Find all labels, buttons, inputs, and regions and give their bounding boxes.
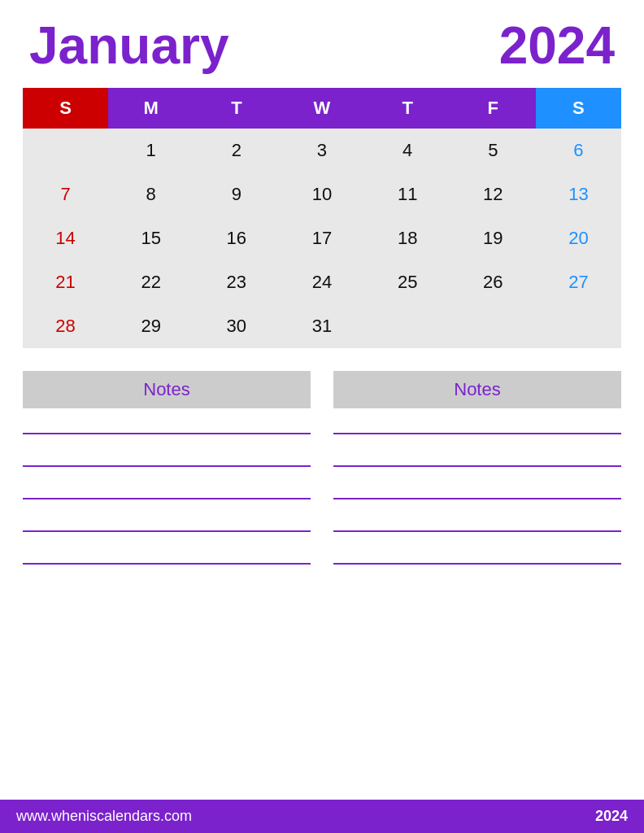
day-cell-22: 22 xyxy=(108,260,194,304)
day-cell-24: 24 xyxy=(279,260,364,304)
day-cell-21: 21 xyxy=(23,260,108,304)
calendar-table: SMTWTFS 12345678910111213141516171819202… xyxy=(23,88,621,348)
day-cell-10: 10 xyxy=(279,172,364,216)
day-header-f: F xyxy=(450,88,536,129)
day-cell-28: 28 xyxy=(23,304,108,348)
day-cell-20: 20 xyxy=(536,216,621,260)
day-header-s: S xyxy=(536,88,621,129)
page: January 2024 SMTWTFS 1234567891011121314… xyxy=(0,0,644,833)
day-cell-17: 17 xyxy=(279,216,364,260)
notes-line-0[interactable] xyxy=(333,415,621,434)
calendar-row-0: 123456 xyxy=(23,129,621,172)
day-headers-row: SMTWTFS xyxy=(23,88,621,129)
day-cell-7: 7 xyxy=(23,172,108,216)
footer: www.wheniscalendars.com 2024 xyxy=(0,800,644,833)
notes-line-2[interactable] xyxy=(23,480,311,499)
day-cell-2: 2 xyxy=(194,129,279,172)
notes-line-0[interactable] xyxy=(23,415,311,434)
footer-url: www.wheniscalendars.com xyxy=(16,808,192,825)
day-cell-empty-4-4 xyxy=(365,304,450,348)
day-cell-14: 14 xyxy=(23,216,108,260)
calendar-container: SMTWTFS 12345678910111213141516171819202… xyxy=(23,88,621,348)
calendar-row-1: 78910111213 xyxy=(23,172,621,216)
notes-line-4[interactable] xyxy=(23,545,311,565)
notes-right: Notes xyxy=(333,371,621,578)
day-cell-26: 26 xyxy=(450,260,536,304)
day-cell-31: 31 xyxy=(279,304,364,348)
day-cell-3: 3 xyxy=(279,129,364,172)
day-cell-empty-0-0 xyxy=(23,129,108,172)
day-cell-11: 11 xyxy=(365,172,450,216)
day-cell-empty-4-5 xyxy=(450,304,536,348)
day-cell-13: 13 xyxy=(536,172,621,216)
day-cell-12: 12 xyxy=(450,172,536,216)
day-header-t: T xyxy=(194,88,279,129)
day-cell-18: 18 xyxy=(365,216,450,260)
day-cell-5: 5 xyxy=(450,129,536,172)
day-cell-25: 25 xyxy=(365,260,450,304)
notes-left: Notes xyxy=(23,371,311,578)
notes-line-3[interactable] xyxy=(333,512,621,532)
day-header-w: W xyxy=(279,88,364,129)
day-cell-19: 19 xyxy=(450,216,536,260)
day-header-m: M xyxy=(108,88,194,129)
day-cell-30: 30 xyxy=(194,304,279,348)
notes-section: Notes Notes xyxy=(23,371,621,578)
day-cell-8: 8 xyxy=(108,172,194,216)
day-cell-29: 29 xyxy=(108,304,194,348)
day-cell-27: 27 xyxy=(536,260,621,304)
day-header-t: T xyxy=(365,88,450,129)
footer-year: 2024 xyxy=(595,808,628,825)
day-cell-1: 1 xyxy=(108,129,194,172)
notes-right-lines xyxy=(333,415,621,565)
notes-line-1[interactable] xyxy=(333,447,621,467)
day-cell-16: 16 xyxy=(194,216,279,260)
calendar-body: 1234567891011121314151617181920212223242… xyxy=(23,129,621,348)
day-cell-9: 9 xyxy=(194,172,279,216)
day-cell-empty-4-6 xyxy=(536,304,621,348)
header: January 2024 xyxy=(0,0,644,81)
calendar-row-4: 28293031 xyxy=(23,304,621,348)
day-cell-6: 6 xyxy=(536,129,621,172)
month-title: January xyxy=(29,20,228,72)
notes-left-lines xyxy=(23,415,311,565)
notes-right-header: Notes xyxy=(333,371,621,408)
notes-line-3[interactable] xyxy=(23,512,311,532)
day-cell-4: 4 xyxy=(365,129,450,172)
day-header-s: S xyxy=(23,88,108,129)
day-cell-15: 15 xyxy=(108,216,194,260)
day-cell-23: 23 xyxy=(194,260,279,304)
notes-left-header: Notes xyxy=(23,371,311,408)
calendar-row-2: 14151617181920 xyxy=(23,216,621,260)
notes-line-4[interactable] xyxy=(333,545,621,565)
year-title: 2024 xyxy=(499,20,615,72)
calendar-row-3: 21222324252627 xyxy=(23,260,621,304)
notes-line-2[interactable] xyxy=(333,480,621,499)
notes-line-1[interactable] xyxy=(23,447,311,467)
